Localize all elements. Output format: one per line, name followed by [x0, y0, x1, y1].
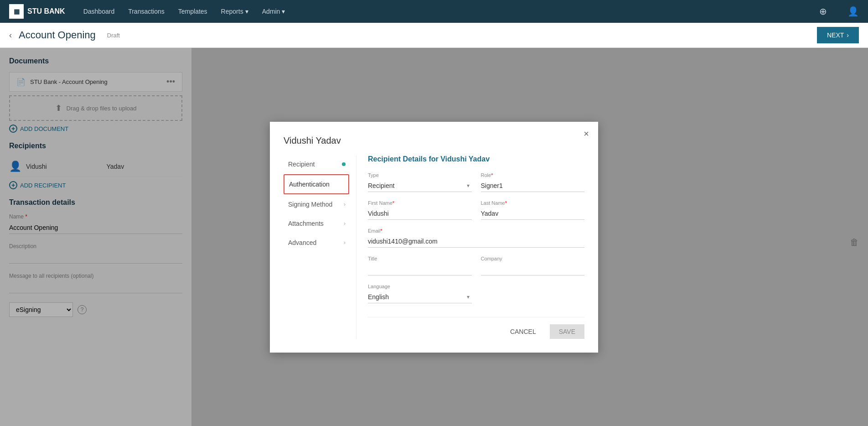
type-role-row: Type Recipient ▾ Role*: [368, 172, 584, 192]
next-button[interactable]: NEXT ›: [817, 27, 859, 43]
language-select[interactable]: English French Spanish German: [368, 291, 472, 303]
type-select[interactable]: Recipient: [368, 180, 472, 192]
recipient-dot-icon: [342, 162, 346, 166]
modal-nav-signing-method-label: Signing Method: [288, 201, 332, 208]
title-form-group: Title: [368, 256, 472, 275]
nav-dashboard[interactable]: Dashboard: [83, 8, 115, 15]
modal-nav-recipient[interactable]: Recipient: [284, 155, 349, 173]
modal-overlay: × Vidushi Yadav Recipient Authentication…: [0, 48, 868, 426]
modal-footer: CANCEL SAVE: [368, 317, 584, 339]
help-icon[interactable]: ⊕: [819, 6, 827, 17]
modal-content-area: Recipient Details for Vidushi Yadav Type…: [356, 155, 584, 339]
first-name-label: First Name*: [368, 200, 472, 206]
modal-nav-recipient-label: Recipient: [288, 161, 315, 168]
email-input[interactable]: [368, 235, 584, 248]
back-button[interactable]: ‹: [9, 31, 12, 40]
cancel-button[interactable]: CANCEL: [503, 324, 543, 339]
nav-transactions[interactable]: Transactions: [128, 8, 165, 15]
last-name-form-group: Last Name*: [481, 200, 585, 220]
company-form-group: Company: [481, 256, 585, 275]
nav-reports[interactable]: Reports ▾: [221, 8, 248, 15]
sub-header: ‹ Account Opening Draft NEXT ›: [0, 23, 868, 48]
logo-icon: ▦: [9, 4, 24, 19]
title-company-row: Title Company: [368, 256, 584, 275]
save-button[interactable]: SAVE: [550, 324, 584, 339]
advanced-arrow-icon: ›: [344, 239, 346, 246]
main-content: Documents 📄 STU Bank - Account Opening •…: [0, 48, 868, 426]
name-row: First Name* Last Name*: [368, 200, 584, 220]
modal-sidebar: Recipient Authentication Signing Method …: [284, 155, 356, 339]
role-form-group: Role*: [481, 172, 585, 192]
page-subtitle: Draft: [107, 32, 120, 39]
modal-nav-signing-method[interactable]: Signing Method ›: [284, 195, 349, 213]
modal-nav-authentication[interactable]: Authentication: [284, 174, 349, 194]
signing-method-arrow-icon: ›: [344, 201, 346, 208]
role-input[interactable]: [481, 180, 585, 192]
first-name-form-group: First Name*: [368, 200, 472, 220]
company-input[interactable]: [481, 263, 585, 275]
type-label: Type: [368, 172, 472, 178]
modal-dialog: × Vidushi Yadav Recipient Authentication…: [270, 122, 598, 353]
modal-nav-attachments-label: Attachments: [288, 220, 324, 227]
language-row: Language English French Spanish German ▾: [368, 284, 584, 303]
role-label: Role*: [481, 172, 585, 178]
modal-section-title: Recipient Details for Vidushi Yadav: [368, 155, 584, 163]
modal-close-button[interactable]: ×: [584, 129, 589, 139]
modal-body: Recipient Authentication Signing Method …: [284, 155, 584, 339]
top-navigation: ▦ STU BANK Dashboard Transactions Templa…: [0, 0, 868, 23]
email-form-group: Email*: [368, 228, 584, 248]
language-label: Language: [368, 284, 472, 289]
modal-title: Vidushi Yadav: [284, 135, 584, 146]
last-name-input[interactable]: [481, 208, 585, 220]
first-name-input[interactable]: [368, 208, 472, 220]
modal-nav-attachments[interactable]: Attachments ›: [284, 214, 349, 233]
modal-nav-advanced[interactable]: Advanced ›: [284, 234, 349, 252]
empty-form-group: [481, 284, 585, 303]
company-label: Company: [481, 256, 585, 261]
logo-text: STU BANK: [27, 7, 65, 16]
title-label: Title: [368, 256, 472, 261]
language-form-group: Language English French Spanish German ▾: [368, 284, 472, 303]
nav-templates[interactable]: Templates: [178, 8, 207, 15]
type-form-group: Type Recipient ▾: [368, 172, 472, 192]
attachments-arrow-icon: ›: [344, 220, 346, 227]
page-title: Account Opening: [19, 29, 96, 41]
email-row: Email*: [368, 228, 584, 248]
modal-nav-authentication-label: Authentication: [289, 181, 330, 188]
last-name-label: Last Name*: [481, 200, 585, 206]
nav-admin[interactable]: Admin ▾: [262, 8, 285, 15]
app-logo: ▦ STU BANK: [9, 4, 65, 19]
email-label: Email*: [368, 228, 584, 234]
user-profile-icon[interactable]: 👤: [847, 6, 859, 17]
modal-nav-advanced-label: Advanced: [288, 239, 316, 246]
title-input[interactable]: [368, 263, 472, 275]
language-select-wrapper: English French Spanish German ▾: [368, 291, 472, 303]
type-select-wrapper: Recipient ▾: [368, 180, 472, 192]
